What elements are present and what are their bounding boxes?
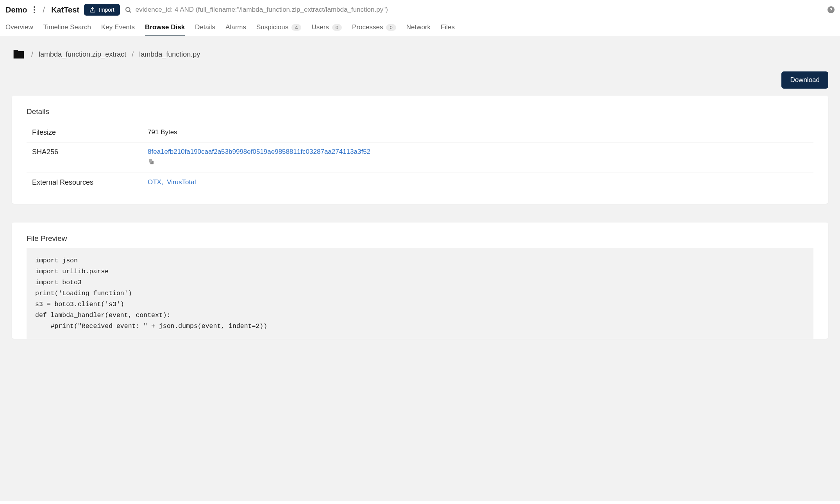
file-preview-heading: File Preview [27,234,813,243]
folder-icon[interactable] [12,48,26,61]
download-button[interactable]: Download [781,71,828,89]
tab-processes-label: Processes [352,23,383,31]
path-segment-2[interactable]: lambda_function.py [139,50,200,59]
search-bar[interactable]: evidence_id: 4 AND (full_filename:"/lamb… [125,6,823,14]
tab-files[interactable]: Files [441,20,455,36]
file-preview-card: File Preview import json import urllib.p… [12,223,828,339]
import-button-label: Import [99,7,114,13]
virustotal-link[interactable]: VirusTotal [167,178,196,186]
tab-users-label: Users [311,23,329,31]
external-resources-label: External Resources [27,178,148,187]
tab-key-events[interactable]: Key Events [101,20,135,36]
tab-suspicious-badge: 4 [291,24,301,31]
project-menu-kebab-icon[interactable] [32,5,37,15]
detail-row-sha256: SHA256 8fea1efb210fa190caaf2a53b9998ef05… [27,142,813,173]
details-heading: Details [27,107,813,116]
tab-processes[interactable]: Processes 0 [352,20,396,36]
main-tabs: Overview Timeline Search Key Events Brow… [0,18,840,36]
sha256-value[interactable]: 8fea1efb210fa190caaf2a53b9998ef0519ae985… [148,148,370,155]
tab-timeline-search[interactable]: Timeline Search [43,20,91,36]
path-sep: / [31,50,33,59]
tab-users[interactable]: Users 0 [311,20,342,36]
tab-overview[interactable]: Overview [5,20,33,36]
detail-row-filesize: Filesize 791 Bytes [27,123,813,142]
breadcrumb-separator: / [41,5,47,14]
tab-alarms[interactable]: Alarms [225,20,246,36]
filesize-label: Filesize [27,128,148,137]
tab-details[interactable]: Details [195,20,215,36]
path-breadcrumb: / lambda_function.zip_extract / lambda_f… [12,48,828,61]
ext-separator: , [161,178,163,186]
tab-users-badge: 0 [332,24,342,31]
help-icon[interactable]: ? [827,6,835,13]
filesize-value: 791 Bytes [148,128,813,136]
tab-browse-disk[interactable]: Browse Disk [145,20,185,36]
case-name[interactable]: KatTest [51,5,79,14]
tab-suspicious-label: Suspicious [256,23,288,31]
search-icon [125,6,132,13]
file-preview-code: import json import urllib.parse import b… [27,248,813,339]
details-card: Details Filesize 791 Bytes SHA256 8fea1e… [12,96,828,204]
tab-processes-badge: 0 [386,24,396,31]
upload-icon [89,7,96,13]
tab-suspicious[interactable]: Suspicious 4 [256,20,301,36]
sha256-label: SHA256 [27,148,148,156]
import-button[interactable]: Import [84,4,120,16]
path-sep: / [132,50,134,59]
otx-link[interactable]: OTX [148,178,161,186]
tab-network[interactable]: Network [406,20,431,36]
copy-icon[interactable] [148,158,155,165]
detail-row-external: External Resources OTX, VirusTotal [27,173,813,192]
path-segment-1[interactable]: lambda_function.zip_extract [39,50,126,59]
project-root[interactable]: Demo [5,5,27,14]
svg-rect-4 [149,159,152,162]
search-query-text: evidence_id: 4 AND (full_filename:"/lamb… [136,6,388,14]
svg-line-2 [129,11,130,12]
